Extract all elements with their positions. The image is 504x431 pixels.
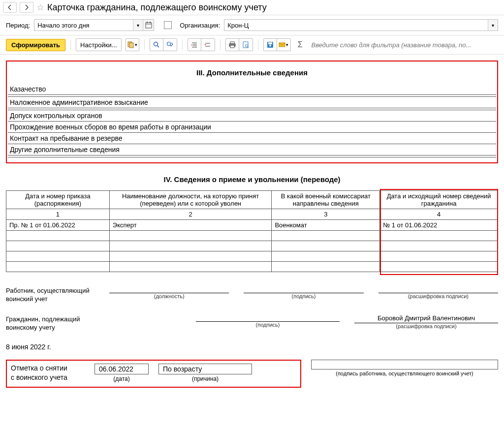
svg-line-7 (157, 46, 159, 48)
period-calendar-button[interactable] (143, 20, 154, 31)
removal-label: Отметка о снятиис воинского учета (11, 364, 85, 383)
table-row (6, 251, 498, 262)
table-row (6, 262, 498, 272)
th-order: Дата и номер приказа (распоряжения) (6, 191, 110, 209)
table-row (6, 231, 498, 241)
citizen-label: Гражданин, подлежащий воинскому учету (6, 314, 109, 332)
page-title: Карточка гражданина, подлежащего воинско… (47, 2, 267, 13)
org-input[interactable] (224, 20, 488, 31)
colnum: 4 (380, 209, 498, 220)
info-row: Казачество (8, 84, 496, 95)
expand-groups-button[interactable] (188, 38, 201, 51)
period-input[interactable] (34, 21, 133, 30)
period-label: Период: (6, 22, 30, 29)
svg-rect-18 (230, 42, 234, 44)
worker-label: Работник, осуществляющий воинский учет (6, 286, 109, 304)
section-3-title: III. Дополнительные сведения (8, 63, 496, 84)
svg-rect-3 (150, 22, 151, 23)
report-content: III. Дополнительные сведения Казачество … (0, 55, 504, 394)
controls-row: Период: ▾ Организация: ▾ (0, 15, 504, 35)
collapse-groups-button[interactable] (201, 38, 215, 51)
filter-input[interactable] (310, 39, 498, 51)
info-row: Другие дополнительные сведения (8, 144, 496, 155)
print-button[interactable] (225, 38, 239, 51)
colnum: 2 (109, 209, 272, 220)
th-position: Наименование должности, на которую приня… (109, 191, 272, 209)
svg-rect-5 (129, 43, 133, 48)
info-row: Прохождение военных сборов во время рабо… (8, 122, 496, 133)
org-checkbox[interactable] (164, 21, 172, 29)
section-3-box: III. Дополнительные сведения Казачество … (6, 61, 498, 163)
colnum: 3 (272, 209, 380, 220)
find-next-button[interactable] (163, 38, 177, 51)
hiring-table: Дата и номер приказа (распоряжения) Наим… (6, 190, 498, 272)
svg-point-14 (191, 45, 192, 46)
star-icon[interactable]: ☆ (36, 2, 44, 13)
settings-button[interactable]: Настройки... (76, 38, 122, 51)
svg-point-8 (167, 42, 171, 46)
sigma-icon[interactable]: Σ (295, 40, 306, 49)
svg-point-6 (154, 42, 158, 46)
removal-block: Отметка о снятиис воинского учета 06.06.… (6, 360, 498, 388)
svg-rect-20 (230, 45, 234, 48)
removal-reason: По возрасту (158, 364, 252, 374)
table-row: Пр. № 1 от 01.06.2022 Эксперт Военкомат … (6, 220, 498, 231)
signatures-block: Работник, осуществляющий воинский учет (… (6, 286, 498, 351)
th-outgoing: Дата и исходящий номер сведений граждани… (380, 191, 498, 209)
document-date: 8 июня 2022 г. (6, 343, 498, 351)
removal-date: 06.06.2022 (94, 364, 149, 374)
th-commissariat: В какой военный комиссариат направлены с… (272, 191, 380, 209)
org-dropdown-button[interactable]: ▾ (488, 20, 498, 31)
table-4-wrap: Дата и номер приказа (распоряжения) Наим… (6, 190, 498, 272)
period-dropdown-button[interactable]: ▾ (133, 20, 143, 31)
svg-rect-25 (268, 42, 272, 44)
info-row: Допуск контрольных органов (8, 110, 496, 122)
period-box: ▾ (34, 19, 154, 31)
svg-point-17 (205, 44, 206, 45)
save-button[interactable] (263, 38, 277, 51)
send-button[interactable]: ▾ (277, 38, 291, 51)
removal-signature: (подпись работника, осуществляющего воин… (311, 360, 498, 376)
table-row (6, 241, 498, 251)
print-preview-button[interactable] (239, 38, 253, 51)
toolbar: Сформировать Настройки... ▾ ▾ Σ (0, 35, 504, 55)
find-button[interactable] (150, 38, 163, 51)
colnum: 1 (6, 209, 110, 220)
back-button[interactable] (3, 2, 17, 13)
info-row: Контракт на пребывание в резерве (8, 133, 496, 144)
info-row: Наложенное административное взыскание (8, 97, 496, 108)
removal-highlight: Отметка о снятиис воинского учета 06.06.… (6, 360, 301, 388)
generate-button[interactable]: Сформировать (6, 39, 65, 51)
svg-line-9 (170, 45, 172, 47)
org-box: ▾ (224, 19, 498, 31)
forward-button[interactable] (20, 2, 33, 13)
citizen-name: Боровой Дмитрий Валентинович (354, 314, 498, 323)
title-bar: ☆ Карточка гражданина, подлежащего воинс… (0, 0, 504, 15)
org-label: Организация: (180, 22, 220, 29)
svg-rect-0 (146, 23, 152, 28)
section-4-title: IV. Сведения о приеме и увольнении (пере… (6, 172, 498, 190)
svg-rect-2 (147, 22, 148, 23)
settings-variants-button[interactable]: ▾ (126, 38, 139, 51)
